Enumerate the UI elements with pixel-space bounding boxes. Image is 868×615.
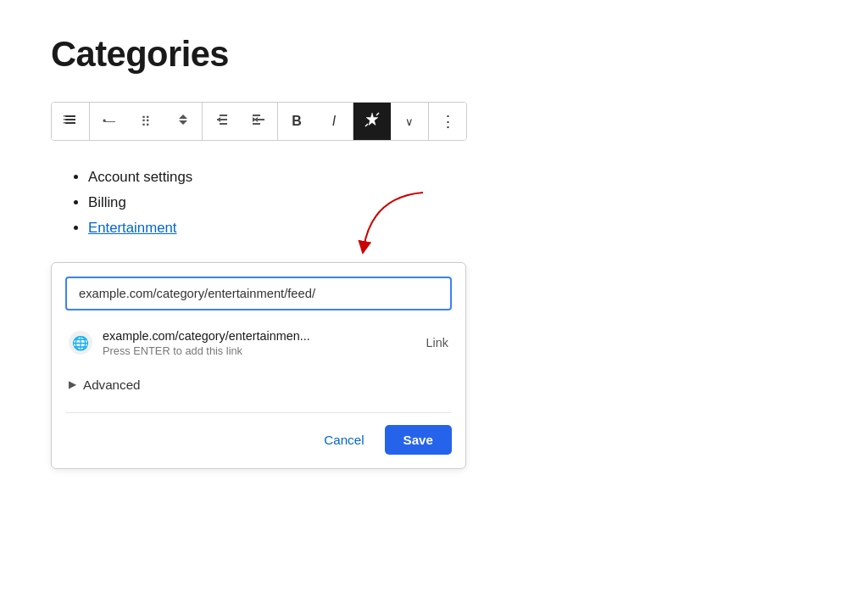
svg-line-17 [376, 113, 379, 115]
link-popup: 🌐 example.com/category/entertainmen... P… [51, 262, 466, 469]
updown-icon [177, 113, 189, 130]
list-item-entertainment: Entertainment [88, 215, 817, 241]
toolbar-outdent-btn[interactable] [203, 103, 240, 140]
toolbar-group-indent [203, 103, 278, 140]
save-button[interactable]: Save [385, 425, 452, 455]
svg-rect-4 [64, 119, 65, 120]
toolbar-indent-btn[interactable] [240, 103, 277, 140]
suggestion-hint: Press ENTER to add this link [103, 344, 416, 357]
advanced-section[interactable]: ▶ Advanced [65, 371, 452, 399]
chevron-right-icon: ▶ [69, 378, 76, 390]
svg-rect-5 [64, 122, 65, 124]
suggestion-url: example.com/category/entertainmen... [103, 329, 416, 343]
action-buttons: Cancel Save [65, 425, 452, 455]
svg-marker-16 [254, 117, 258, 122]
link-input-wrapper [65, 277, 452, 310]
toolbar-group-format: •— ⠿ [90, 103, 203, 140]
link-url-input[interactable] [65, 277, 452, 310]
svg-rect-3 [64, 115, 65, 117]
outdent-icon [214, 114, 229, 129]
toolbar-bullet-btn[interactable]: •— [90, 103, 127, 140]
page-title: Categories [51, 34, 817, 75]
toolbar-bold-btn[interactable]: B [278, 103, 315, 140]
toolbar: •— ⠿ [51, 102, 467, 141]
toolbar-group-text: B I [278, 103, 353, 140]
svg-marker-11 [217, 117, 220, 122]
cancel-button[interactable]: Cancel [314, 426, 374, 454]
svg-marker-6 [179, 115, 187, 119]
toolbar-dropdown-btn[interactable]: ∨ [391, 103, 428, 140]
globe-icon: 🌐 [69, 331, 92, 355]
special-icon [364, 112, 380, 131]
advanced-label: Advanced [83, 377, 141, 392]
list-item-text: Account settings [88, 169, 192, 185]
list-item-account: Account settings [88, 165, 817, 190]
toolbar-list-btn[interactable] [52, 103, 89, 140]
popup-divider [65, 412, 452, 413]
list-item-billing: Billing [88, 190, 817, 215]
toolbar-updown-btn[interactable] [164, 103, 202, 140]
indent-icon [251, 114, 266, 129]
suggestion-link-label: Link [426, 336, 448, 349]
list-content: Account settings Billing Entertainment [68, 165, 817, 242]
toolbar-italic-btn[interactable]: I [315, 103, 353, 140]
toolbar-group-more: ⋮ [429, 103, 466, 140]
suggestion-text: example.com/category/entertainmen... Pre… [103, 329, 416, 357]
suggestion-row[interactable]: 🌐 example.com/category/entertainmen... P… [65, 322, 452, 364]
toolbar-group-list [52, 103, 90, 140]
svg-marker-7 [179, 120, 187, 125]
list-icon [63, 112, 78, 131]
toolbar-group-special: ∨ [353, 103, 429, 140]
svg-line-18 [365, 124, 368, 126]
list-item-text: Billing [88, 194, 126, 210]
toolbar-grid-btn[interactable]: ⠿ [127, 103, 164, 140]
entertainment-link[interactable]: Entertainment [88, 220, 176, 236]
toolbar-special-btn[interactable] [353, 103, 391, 140]
toolbar-more-btn[interactable]: ⋮ [429, 103, 466, 140]
